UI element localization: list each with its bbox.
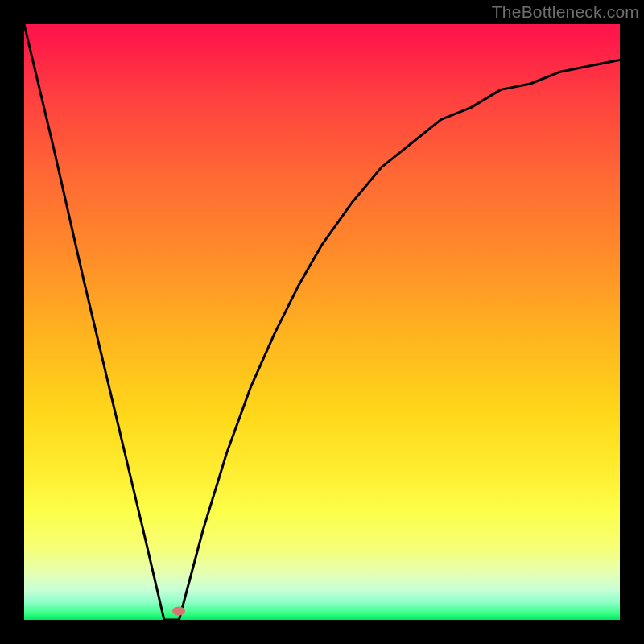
optimum-marker-icon bbox=[172, 606, 185, 615]
plot-area bbox=[24, 24, 620, 620]
watermark-label: TheBottleneck.com bbox=[492, 2, 639, 22]
bottleneck-curve bbox=[24, 24, 620, 620]
chart-frame: TheBottleneck.com bbox=[0, 0, 644, 644]
curve-layer bbox=[24, 24, 620, 620]
